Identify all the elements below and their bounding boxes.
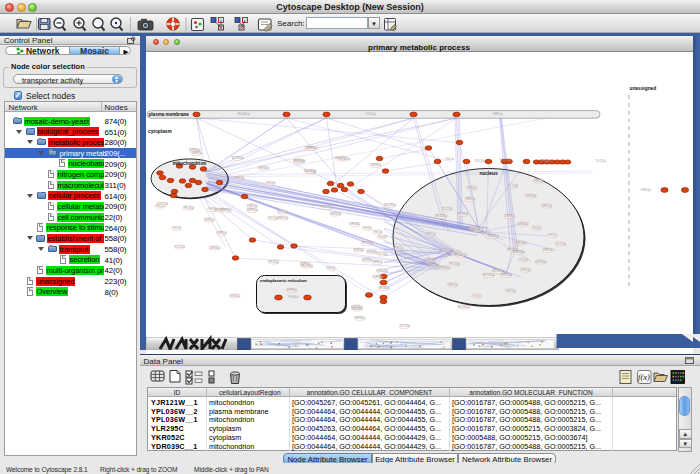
svg-text:YJL12(a): YJL12(a) (365, 112, 376, 116)
svg-text:YDR46(a): YDR46(a) (219, 208, 231, 212)
svg-text:YDR46(a): YDR46(a) (208, 246, 220, 250)
svg-text:Yml-(a): Yml-(a) (532, 226, 541, 230)
svg-text:YJL12(a): YJL12(a) (277, 210, 288, 214)
svg-text:YGR1(a): YGR1(a) (533, 179, 543, 183)
svg-text:YDR3(a): YDR3(a) (216, 231, 226, 235)
svg-text:YGR1(a): YGR1(a) (424, 258, 434, 262)
svg-text:Yml-(a): Yml-(a) (445, 157, 454, 161)
svg-text:YDR46(a): YDR46(a) (512, 250, 524, 254)
svg-text:YKL045(a): YKL045(a) (434, 214, 447, 218)
svg-text:YLR08(a): YLR08(a) (361, 258, 372, 262)
svg-text:YKL045(a): YKL045(a) (454, 253, 467, 257)
svg-text:YJL12(a): YJL12(a) (399, 324, 410, 328)
svg-text:YDR46(a): YDR46(a) (438, 266, 450, 270)
svg-text:YDR3(a): YDR3(a) (353, 248, 363, 252)
svg-text:YLR08(a): YLR08(a) (353, 316, 364, 320)
svg-text:YJL12(a): YJL12(a) (321, 205, 332, 209)
svg-text:YPL03(a): YPL03(a) (287, 295, 298, 299)
svg-text:Yml-(a): Yml-(a) (394, 246, 403, 250)
svg-text:YGR1(a): YGR1(a) (505, 289, 515, 293)
svg-text:mitochondrion: mitochondrion (172, 161, 206, 166)
svg-text:YDR3(a): YDR3(a) (286, 288, 296, 292)
svg-text:YKR05(a): YKR05(a) (246, 208, 258, 212)
svg-text:YPL03(a): YPL03(a) (268, 260, 279, 264)
svg-text:Yml-(a): Yml-(a) (362, 226, 371, 230)
svg-text:f(x): f(x) (638, 372, 650, 382)
svg-text:YJL12(a): YJL12(a) (441, 207, 452, 211)
svg-text:YJL12(a): YJL12(a) (595, 159, 606, 163)
svg-text:YKR05(a): YKR05(a) (500, 273, 512, 277)
svg-text:Yml-(a): Yml-(a) (373, 230, 382, 234)
svg-text:Yml-(a): Yml-(a) (377, 235, 386, 239)
svg-text:YKR05(a): YKR05(a) (257, 166, 269, 170)
svg-text:YPL03(a): YPL03(a) (378, 286, 389, 290)
svg-text:endoplasmic reticulum: endoplasmic reticulum (260, 278, 307, 283)
svg-text:YDR3(a): YDR3(a) (306, 146, 316, 150)
svg-text:Yml-(a): Yml-(a) (548, 233, 557, 237)
svg-text:Yml-(a): Yml-(a) (472, 294, 481, 298)
svg-text:Yml-(a): Yml-(a) (207, 207, 216, 211)
svg-text:YDR46(a): YDR46(a) (293, 159, 305, 163)
svg-text:plasma membrane: plasma membrane (148, 112, 189, 117)
svg-text:YKL045(a): YKL045(a) (337, 157, 350, 161)
svg-text:YBR2(a): YBR2(a) (372, 260, 382, 264)
svg-text:YKL045(a): YKL045(a) (237, 112, 250, 116)
svg-text:YDR3(a): YDR3(a) (191, 151, 201, 155)
svg-text:YDR3(a): YDR3(a) (203, 218, 213, 222)
svg-text:YJL12(a): YJL12(a) (555, 242, 566, 246)
svg-text:YGR1(a): YGR1(a) (520, 268, 530, 272)
svg-text:YGR1(a): YGR1(a) (277, 216, 287, 220)
svg-text:YDR3(a): YDR3(a) (466, 186, 476, 190)
svg-text:YJL12(a): YJL12(a) (376, 252, 387, 256)
svg-text:YDR46(a): YDR46(a) (348, 222, 360, 226)
svg-text:YPL03(a): YPL03(a) (183, 206, 194, 210)
svg-text:YBR2(a): YBR2(a) (492, 112, 502, 116)
svg-text:YJL12(a): YJL12(a) (474, 159, 485, 163)
svg-text:YDR3(a): YDR3(a) (372, 275, 382, 279)
svg-text:YDR46(a): YDR46(a) (351, 307, 363, 311)
svg-text:YKL045(a): YKL045(a) (300, 264, 313, 268)
svg-text:YKL045(a): YKL045(a) (231, 156, 244, 160)
svg-text:YKL045(a): YKL045(a) (457, 305, 470, 309)
svg-text:nucleus: nucleus (479, 171, 497, 176)
svg-text:YDR3(a): YDR3(a) (229, 294, 239, 298)
svg-text:YKR05(a): YKR05(a) (329, 212, 341, 216)
svg-text:unassigned: unassigned (629, 86, 656, 91)
svg-text:YPL03(a): YPL03(a) (361, 241, 372, 245)
svg-text:YJL12(a): YJL12(a) (267, 216, 278, 220)
svg-text:YKL045(a): YKL045(a) (482, 273, 495, 277)
svg-text:YLR08(a): YLR08(a) (365, 250, 376, 254)
svg-text:YLR08(a): YLR08(a) (539, 159, 550, 163)
svg-text:YBR2(a): YBR2(a) (465, 197, 475, 201)
svg-text:YDR46(a): YDR46(a) (514, 241, 526, 245)
svg-text:YLR08(a): YLR08(a) (426, 264, 437, 268)
svg-text:YGR1(a): YGR1(a) (425, 232, 435, 236)
svg-text:Yml-(a): Yml-(a) (326, 266, 335, 270)
svg-text:YBR2(a): YBR2(a) (542, 248, 552, 252)
svg-text:YGR1(a): YGR1(a) (447, 283, 457, 287)
svg-text:Yml-(a): Yml-(a) (518, 258, 527, 262)
svg-text:YLR08(a): YLR08(a) (517, 222, 528, 226)
svg-text:YDR3(a): YDR3(a) (488, 234, 498, 238)
svg-text:YDR46(a): YDR46(a) (534, 260, 546, 264)
svg-text:YBR2(a): YBR2(a) (234, 176, 244, 180)
svg-text:YKL045(a): YKL045(a) (383, 203, 396, 207)
svg-text:YDR46(a): YDR46(a) (369, 163, 381, 167)
svg-text:YLR08(a): YLR08(a) (440, 248, 451, 252)
svg-text:YKL045(a): YKL045(a) (303, 169, 316, 173)
svg-text:YDR46(a): YDR46(a) (524, 194, 536, 198)
svg-text:YKL045(a): YKL045(a) (499, 158, 512, 162)
svg-text:YJL12(a): YJL12(a) (507, 184, 518, 188)
svg-text:YDR3(a): YDR3(a) (504, 214, 514, 218)
svg-text:YJL12(a): YJL12(a) (174, 245, 185, 249)
svg-text:YDR46(a): YDR46(a) (376, 269, 388, 273)
svg-text:Yml-(a): Yml-(a) (172, 226, 181, 230)
svg-text:YGR1(a): YGR1(a) (246, 204, 256, 208)
svg-text:YGR1(a): YGR1(a) (640, 188, 650, 192)
svg-text:YPL03(a): YPL03(a) (472, 228, 483, 232)
svg-text:YPL03(a): YPL03(a) (457, 212, 468, 216)
svg-text:Yml-(a): Yml-(a) (266, 181, 275, 185)
svg-text:cytoplasm: cytoplasm (148, 129, 172, 134)
svg-text:YPL03(a): YPL03(a) (449, 262, 460, 266)
svg-text:YGR1(a): YGR1(a) (541, 204, 551, 208)
